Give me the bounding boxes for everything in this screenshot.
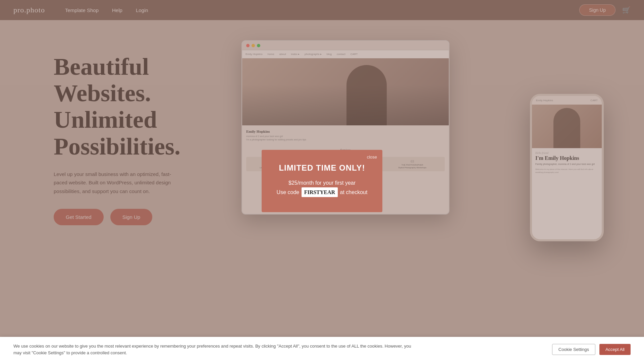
cookie-banner: We use cookies on our website to give yo…: [0, 337, 644, 362]
modal-code-prefix: Use code: [277, 189, 300, 195]
accept-all-button[interactable]: Accept All: [599, 344, 631, 355]
modal-body: $25/month for your first year Use code F…: [275, 179, 369, 197]
modal-code-suffix: at checkout: [340, 189, 368, 195]
cookie-settings-button[interactable]: Cookie Settings: [552, 344, 595, 355]
modal-overlay: close LIMITED TIME ONLY! $25/month for y…: [0, 0, 644, 362]
modal-price-text: $25/month for your first year: [288, 180, 356, 186]
promo-modal: close LIMITED TIME ONLY! $25/month for y…: [262, 150, 382, 212]
modal-close-button[interactable]: close: [367, 155, 377, 160]
cookie-buttons: Cookie Settings Accept All: [552, 344, 631, 355]
modal-promo-code: FIRSTYEAR: [302, 187, 338, 197]
cookie-text: We use cookies on our website to give yo…: [13, 343, 416, 356]
modal-title: LIMITED TIME ONLY!: [275, 163, 369, 173]
